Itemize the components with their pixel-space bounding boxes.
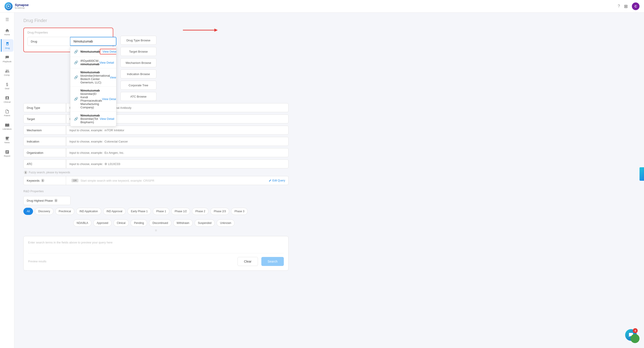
organization-label: Organization <box>23 148 66 157</box>
main-content: Drug Finder Drug Properties Drug <box>14 13 644 348</box>
avatar[interactable]: C <box>632 3 640 10</box>
target-label: Target <box>23 114 66 123</box>
drug-name-3: Nimotuzumab biosimilar(International Bio… <box>80 71 110 84</box>
right-edge-indicator[interactable] <box>640 167 644 181</box>
form-area: Drug Properties Drug 🔗 <box>23 28 288 271</box>
sidebar-item-comp[interactable]: Comp. <box>1 66 14 79</box>
link-icon-1: 🔗 <box>74 50 78 54</box>
sidebar-item-news[interactable]: News <box>1 134 14 146</box>
phase-pending-btn[interactable]: Pending <box>130 219 147 227</box>
phase-tags-row: All Discovery Preclinical IND Applicatio… <box>23 208 248 215</box>
drug-input-wrapper: 🔗 Nimotuzumab View Detail 🔗 <box>70 37 116 46</box>
phase-ndabla-btn[interactable]: NDA/BLA <box>73 219 92 227</box>
fuzzy-note: ℹ Fuzzy search, please try keywords <box>23 171 288 174</box>
indication-input[interactable] <box>66 137 288 146</box>
help-icon[interactable]: ? <box>618 4 620 9</box>
phase-unknown-btn[interactable]: Unknown <box>216 219 234 227</box>
link-icon-4: 🔗 <box>74 97 78 101</box>
preview-footer: Preview results Clear Search <box>28 253 284 266</box>
autocomplete-dropdown: 🔗 Nimotuzumab View Detail 🔗 <box>70 46 116 126</box>
sidebar-item-patent[interactable]: Patent <box>1 107 14 119</box>
sidebar-item-playbook[interactable]: Playbook <box>1 53 14 65</box>
view-detail-1[interactable]: View Detail <box>100 49 116 54</box>
dropdown-item-1[interactable]: 🔗 Nimotuzumab View Detail <box>70 47 116 57</box>
drug-type-browse-btn[interactable]: Drug Type Browse <box>120 36 156 45</box>
sidebar-item-clinical[interactable]: Clinical <box>1 93 14 106</box>
corporate-tree-btn[interactable]: Corporate Tree <box>120 81 156 90</box>
view-detail-3[interactable]: View Detail <box>110 76 116 79</box>
link-icon-3: 🔗 <box>74 75 78 79</box>
clear-button[interactable]: Clear <box>238 257 258 266</box>
preview-placeholder: Enter search terms in the fields above t… <box>28 241 284 244</box>
phase-clinical-btn[interactable]: Clinical <box>114 219 129 227</box>
fab-sub-btn[interactable] <box>630 334 640 343</box>
dropdown-item-5[interactable]: 🔗 Nimotuzumab Biosimilar(Tot Biopharm) V… <box>70 112 116 126</box>
phase-suspended-btn[interactable]: Suspended <box>194 219 215 227</box>
phase-phase3-btn[interactable]: Phase 3 <box>231 208 248 215</box>
drug-type-row: Drug Type <box>23 103 288 112</box>
phase-phase23-btn[interactable]: Phase 2/3 <box>210 208 229 215</box>
fuzzy-info-icon[interactable]: ℹ <box>24 171 28 174</box>
sidebar-toggle[interactable]: ☰ <box>6 15 9 25</box>
drug-highest-phase-info[interactable]: ℹ <box>54 199 58 202</box>
target-browse-btn[interactable]: Target Browse <box>120 47 156 56</box>
dropdown-item-2[interactable]: 🔗 IRDye800CW-nimotuzumab View Detail <box>70 57 116 68</box>
atc-label: ATC <box>23 159 66 168</box>
keywords-placeholder: Start simple search with one keyword, ex… <box>81 179 269 182</box>
drug-type-label: Drug Type <box>23 103 66 112</box>
phase-phase2-btn[interactable]: Phase 2 <box>192 208 208 215</box>
atc-input[interactable] <box>66 159 288 168</box>
indication-label: Indication <box>23 137 66 146</box>
mechanism-row: Mechanism <box>23 126 288 135</box>
phase-discovery-btn[interactable]: Discovery <box>35 208 54 215</box>
phase-early-phase1-btn[interactable]: Early Phase 1 <box>128 208 151 215</box>
action-buttons: Clear Search <box>238 257 284 266</box>
browse-buttons-panel: Drug Type Browse Target Browse Mechanism… <box>119 36 156 101</box>
view-detail-2[interactable]: View Detail <box>100 61 114 64</box>
target-row: Target <box>23 114 288 123</box>
drug-properties-label: Drug Properties <box>28 31 109 34</box>
sidebar-item-drug[interactable]: Drug <box>1 39 14 52</box>
phase-discontinued-btn[interactable]: Discontinued <box>149 219 171 227</box>
organization-row: Organization <box>23 148 288 157</box>
drug-name-1: Nimotuzumab <box>80 50 100 53</box>
sidebar-item-home[interactable]: Home <box>1 26 14 38</box>
grid-icon[interactable]: ⊞ <box>624 4 628 9</box>
view-detail-5[interactable]: View Detail <box>100 117 114 121</box>
dropdown-item-4[interactable]: 🔗 Nimotuzumab biosimilar(El Kendi Pharma… <box>70 87 116 112</box>
dropdown-item-3[interactable]: 🔗 Nimotuzumab biosimilar(International B… <box>70 68 116 87</box>
drug-row: Drug 🔗 Nimotuzumab <box>28 37 109 46</box>
phase-ind-application-btn[interactable]: IND Application <box>76 208 101 215</box>
top-header: Synapse by patsnap ? ⊞ C <box>0 0 644 13</box>
phase-preclinical-btn[interactable]: Preclinical <box>55 208 74 215</box>
phase-all-btn[interactable]: All <box>23 208 33 215</box>
sidebar-item-deal[interactable]: Deal <box>1 80 14 92</box>
phase-phase12-btn[interactable]: Phase 1/2 <box>171 208 190 215</box>
phase-approved-btn[interactable]: Approved <box>93 219 112 227</box>
organization-input[interactable] <box>66 148 288 157</box>
indication-row: Indication <box>23 137 288 146</box>
keywords-info-icon[interactable]: ℹ <box>41 179 44 182</box>
header-left: Synapse by patsnap <box>4 2 29 10</box>
fab: 4 <box>625 329 637 341</box>
view-detail-4[interactable]: View Detail <box>102 97 116 101</box>
link-icon-2: 🔗 <box>74 61 78 65</box>
mechanism-input[interactable] <box>66 126 288 135</box>
phase-ind-approval-btn[interactable]: IND Approval <box>103 208 126 215</box>
mechanism-browse-btn[interactable]: Mechanism Browse <box>120 58 156 67</box>
sidebar: ☰ Home Drug Playbook Comp. Deal Clinical <box>0 13 14 348</box>
search-button[interactable]: Search <box>261 257 284 266</box>
atc-row: ATC <box>23 159 288 168</box>
edit-query-btn[interactable]: Edit Query <box>269 179 285 182</box>
or-badge: OR <box>72 179 78 182</box>
preview-results-label: Preview results <box>28 260 46 263</box>
sidebar-item-report[interactable]: Report <box>1 147 14 160</box>
indication-browse-btn[interactable]: Indication Browse <box>120 70 156 79</box>
drug-input[interactable] <box>70 37 116 46</box>
phase-phase1-btn[interactable]: Phase 1 <box>153 208 170 215</box>
sidebar-item-literature[interactable]: Literature <box>1 120 14 133</box>
drug-name-4: Nimotuzumab biosimilar(El Kendi Pharmace… <box>80 89 102 109</box>
atc-browse-btn[interactable]: ATC Browse <box>120 92 156 101</box>
logo-sub: by patsnap <box>15 7 29 9</box>
phase-withdrawn-btn[interactable]: Withdrawn <box>173 219 193 227</box>
